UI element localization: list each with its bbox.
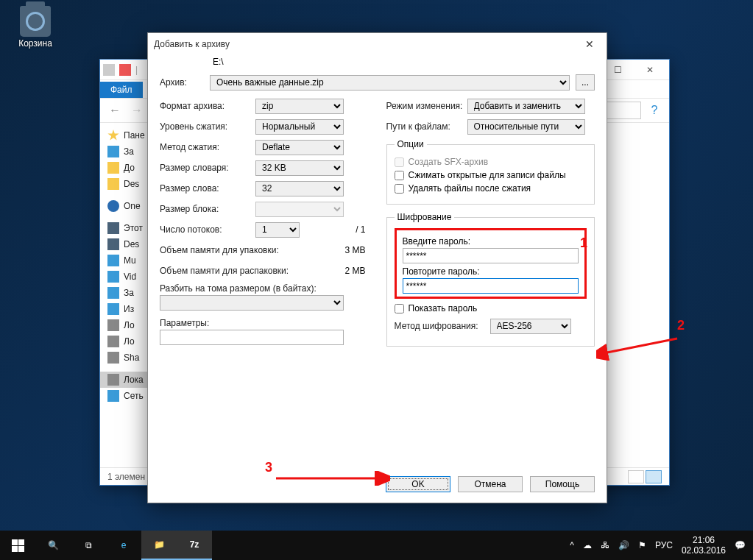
delete-after-checkbox[interactable]: Удалять файлы после сжатия: [395, 183, 587, 194]
start-button[interactable]: [0, 531, 35, 560]
compression-method-select[interactable]: Deflate: [255, 140, 344, 155]
password-input[interactable]: [403, 248, 579, 263]
nav-fwd[interactable]: →: [128, 102, 146, 119]
sidebar-item-label: Vid: [124, 272, 136, 282]
dictionary-size-select[interactable]: 32 KB: [255, 160, 344, 176]
notification-icon[interactable]: 💬: [735, 540, 746, 550]
search-icon[interactable]: 🔍: [35, 531, 71, 560]
parameters-input[interactable]: [160, 330, 344, 345]
ok-button[interactable]: OK: [386, 476, 450, 492]
sidebar-item-icon: [107, 255, 119, 266]
sidebar-item-label: Пане: [124, 130, 145, 141]
disk-icon: [103, 64, 115, 76]
sidebar-item-label: Этот: [124, 223, 143, 233]
qat-icon: [119, 64, 131, 76]
tray-flag-icon[interactable]: ⚑: [638, 540, 646, 550]
block-size-select[interactable]: [255, 202, 344, 217]
sidebar-item-icon: [107, 390, 119, 402]
show-password-checkbox[interactable]: Показать пароль: [395, 303, 587, 313]
view-details-button[interactable]: [646, 470, 662, 483]
sidebar-item-icon: [107, 319, 119, 331]
sidebar-item-icon: [107, 374, 119, 386]
tray-network-icon[interactable]: 🖧: [601, 540, 609, 550]
help-button[interactable]: Помощь: [530, 476, 595, 492]
add-to-archive-dialog: Добавить к архиву ✕ E:\ Архив: Очень важ…: [147, 32, 607, 503]
sidebar-item-label: Ло: [124, 320, 135, 330]
sidebar-item-label: Ло: [124, 336, 135, 347]
sidebar-item-label: Из: [124, 304, 134, 314]
edge-icon[interactable]: e: [106, 531, 141, 560]
sidebar-item-label: За: [124, 146, 134, 157]
sidebar-item-icon: [107, 222, 119, 234]
sidebar-item-icon: [107, 303, 119, 315]
word-size-select[interactable]: 32: [255, 181, 344, 196]
sidebar-item-icon: [107, 130, 119, 141]
sidebar-item-label: Sha: [124, 352, 139, 363]
sidebar-item-icon: [107, 178, 119, 190]
sidebar-item-icon: [107, 146, 119, 157]
compression-level-select[interactable]: Нормальный: [255, 119, 344, 135]
sidebar-item-icon: [107, 287, 119, 299]
encryption-method-select[interactable]: AES-256: [490, 319, 571, 334]
dialog-close-button[interactable]: ✕: [579, 33, 601, 55]
sidebar-item-label: Лока: [124, 375, 144, 385]
sidebar-item-label: One: [124, 201, 141, 211]
archive-format-select[interactable]: zip: [255, 99, 344, 114]
sidebar-item-icon: [107, 352, 119, 364]
encryption-group: Шифрование Введите пароль: Повторите пар…: [386, 212, 595, 347]
sidebar-item-label: До: [124, 163, 135, 173]
help-icon[interactable]: ?: [646, 102, 663, 119]
taskbar: 🔍 ⧉ e 📁 7z ^ ☁ 🖧 🔊 ⚑ РУС 21:06 02.03.201…: [0, 531, 753, 560]
update-mode-select[interactable]: Добавить и заменить: [467, 99, 585, 114]
cancel-button[interactable]: Отмена: [458, 476, 523, 492]
taskbar-clock[interactable]: 21:06 02.03.2016: [682, 535, 726, 556]
sidebar-item-icon: [107, 238, 119, 250]
split-volume-combo[interactable]: [160, 295, 344, 311]
annotation-2: 2: [677, 318, 685, 333]
dialog-title: Добавить к архиву: [154, 39, 230, 49]
recycle-bin-label: Корзина: [18, 38, 52, 49]
view-list-button[interactable]: [628, 470, 644, 483]
options-group: Опции Создать SFX-архив Сжимать открытые…: [386, 139, 595, 205]
status-text: 1 элемен: [107, 472, 145, 482]
compress-open-checkbox[interactable]: Сжимать открытые для записи файлы: [395, 170, 587, 180]
sidebar-item-icon: [107, 200, 119, 212]
sfx-checkbox: Создать SFX-архив: [395, 157, 587, 167]
sidebar-item-icon: [107, 271, 119, 283]
password-repeat-input[interactable]: [403, 278, 579, 294]
sidebar-item-icon: [107, 162, 119, 174]
task-view-icon[interactable]: ⧉: [71, 531, 106, 560]
password-highlight-box: Введите пароль: Повторите пароль:: [395, 228, 587, 299]
browse-button[interactable]: ...: [576, 74, 595, 91]
sidebar-item-label: Des: [124, 239, 139, 249]
tray-onedrive-icon[interactable]: ☁: [583, 540, 592, 550]
sidebar-item-label: Сеть: [124, 391, 144, 401]
7zip-taskbar-icon[interactable]: 7z: [177, 531, 212, 560]
nav-back[interactable]: ←: [106, 102, 124, 119]
sidebar-item-icon: [107, 336, 119, 347]
sidebar-item-label: Des: [124, 179, 139, 189]
explorer-taskbar-icon[interactable]: 📁: [141, 531, 177, 560]
recycle-bin[interactable]: Корзина: [13, 6, 57, 49]
tray-volume-icon[interactable]: 🔊: [618, 540, 629, 550]
archive-label: Архив:: [160, 77, 204, 88]
path-mode-select[interactable]: Относительные пути: [467, 119, 585, 135]
tray-chevron-icon[interactable]: ^: [570, 540, 574, 550]
archive-path-combo[interactable]: Очень важные данные.zip: [210, 75, 570, 91]
qat-sep: |: [135, 65, 138, 75]
archive-drive: E:\: [160, 57, 595, 67]
tab-file[interactable]: Файл: [100, 82, 143, 98]
sidebar-item-label: Mu: [124, 255, 136, 266]
thread-count-select[interactable]: 1: [255, 222, 300, 238]
explorer-close[interactable]: ✕: [634, 60, 666, 80]
sidebar-item-label: За: [124, 288, 134, 298]
tray-language[interactable]: РУС: [655, 540, 673, 550]
